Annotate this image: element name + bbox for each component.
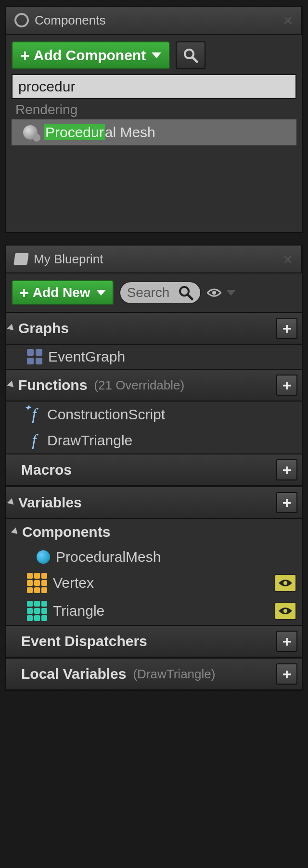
item-vertex[interactable]: Vertex bbox=[6, 569, 302, 597]
section-macros[interactable]: Macros + bbox=[6, 453, 302, 486]
expand-icon bbox=[11, 528, 20, 537]
functions-sublabel: (21 Overridable) bbox=[94, 378, 184, 393]
add-new-label: Add New bbox=[33, 285, 90, 300]
visibility-toggle[interactable] bbox=[274, 574, 296, 592]
macros-label: Macros bbox=[21, 462, 72, 478]
eventgraph-label: EventGraph bbox=[48, 349, 125, 365]
components-panel: Components × + Add Component Rendering P… bbox=[5, 6, 303, 233]
array-icon bbox=[27, 573, 47, 593]
my-blueprint-tab-label: My Blueprint bbox=[34, 252, 103, 267]
my-blueprint-tab[interactable]: My Blueprint × bbox=[6, 246, 302, 272]
add-new-button[interactable]: + Add New bbox=[12, 280, 114, 305]
components-icon bbox=[14, 13, 29, 27]
visibility-filter-dropdown[interactable] bbox=[207, 288, 236, 298]
eye-icon bbox=[278, 606, 293, 616]
svg-point-6 bbox=[283, 609, 287, 613]
search-result-procedural-mesh[interactable]: Procedural Mesh bbox=[12, 119, 296, 145]
vertex-label: Vertex bbox=[53, 575, 94, 591]
svg-point-4 bbox=[212, 291, 216, 295]
graph-icon bbox=[27, 349, 42, 364]
components-label: Components bbox=[22, 524, 110, 540]
add-variable-button[interactable]: + bbox=[276, 492, 297, 513]
my-blueprint-panel: My Blueprint × + Add New Search Graphs +… bbox=[5, 245, 303, 691]
expand-icon bbox=[7, 324, 16, 333]
expand-icon bbox=[7, 381, 16, 390]
components-panel-body: + Add Component Rendering Procedural Mes… bbox=[6, 35, 302, 152]
plus-icon: + bbox=[19, 285, 29, 300]
svg-line-3 bbox=[188, 295, 192, 299]
drawtriangle-label: DrawTriangle bbox=[47, 432, 132, 449]
item-triangle[interactable]: Triangle bbox=[6, 597, 302, 625]
item-constructionscript[interactable]: ✦f ConstructionScript bbox=[6, 402, 302, 428]
array-icon bbox=[27, 601, 47, 621]
search-icon bbox=[178, 285, 193, 300]
add-dispatcher-button[interactable]: + bbox=[276, 631, 297, 652]
function-icon: ✦f bbox=[27, 405, 41, 424]
category-label: Rendering bbox=[12, 99, 296, 119]
component-search-input[interactable] bbox=[12, 74, 296, 99]
item-eventgraph[interactable]: EventGraph bbox=[6, 345, 302, 369]
mesh-icon bbox=[23, 125, 38, 140]
dispatchers-label: Event Dispatchers bbox=[21, 633, 147, 649]
add-macro-button[interactable]: + bbox=[276, 459, 297, 480]
svg-line-1 bbox=[192, 57, 197, 62]
graphs-label: Graphs bbox=[18, 320, 69, 337]
constructionscript-label: ConstructionScript bbox=[47, 406, 165, 423]
components-tab-label: Components bbox=[35, 13, 105, 28]
chevron-down-icon bbox=[152, 52, 161, 58]
function-icon: f bbox=[27, 431, 41, 450]
components-tab[interactable]: Components × bbox=[6, 7, 302, 34]
functions-label: Functions bbox=[18, 377, 87, 393]
blueprint-icon bbox=[13, 253, 28, 265]
localvars-sublabel: (DrawTriangle) bbox=[133, 667, 272, 682]
section-graphs[interactable]: Graphs + bbox=[6, 312, 302, 345]
triangle-label: Triangle bbox=[53, 603, 104, 619]
subsection-components[interactable]: Components bbox=[6, 519, 302, 545]
section-variables[interactable]: Variables + bbox=[6, 486, 302, 519]
blueprint-tab-bar: My Blueprint × bbox=[6, 246, 302, 273]
chevron-down-icon bbox=[226, 290, 236, 296]
section-functions[interactable]: Functions (21 Overridable) + bbox=[6, 369, 302, 402]
add-component-label: Add Component bbox=[34, 47, 146, 64]
blueprint-search-input[interactable]: Search bbox=[119, 281, 201, 304]
add-function-button[interactable]: + bbox=[276, 375, 297, 396]
component-search-button[interactable] bbox=[176, 41, 205, 69]
proceduralmesh-label: ProceduralMesh bbox=[56, 549, 161, 565]
svg-point-5 bbox=[283, 581, 287, 585]
add-localvar-button[interactable]: + bbox=[276, 663, 297, 685]
eye-icon bbox=[278, 578, 293, 588]
expand-icon bbox=[7, 498, 16, 507]
item-drawtriangle[interactable]: f DrawTriangle bbox=[6, 428, 302, 453]
section-local-variables[interactable]: Local Variables (DrawTriangle) + bbox=[6, 658, 302, 690]
visibility-toggle[interactable] bbox=[274, 602, 296, 620]
variables-label: Variables bbox=[18, 494, 82, 511]
chevron-down-icon bbox=[96, 290, 106, 296]
localvars-label: Local Variables bbox=[21, 666, 126, 682]
component-icon bbox=[37, 550, 50, 564]
search-placeholder: Search bbox=[127, 285, 175, 300]
item-proceduralmesh[interactable]: ProceduralMesh bbox=[6, 545, 302, 569]
close-icon[interactable]: × bbox=[283, 12, 293, 28]
blueprint-toolbar: + Add New Search bbox=[6, 273, 302, 312]
eye-icon bbox=[207, 288, 221, 298]
search-icon bbox=[183, 48, 198, 63]
result-label: Procedural Mesh bbox=[44, 124, 155, 141]
close-icon[interactable]: × bbox=[283, 251, 293, 267]
add-component-button[interactable]: + Add Component bbox=[12, 41, 170, 69]
section-event-dispatchers[interactable]: Event Dispatchers + bbox=[6, 625, 302, 658]
components-tab-bar: Components × bbox=[6, 7, 302, 35]
add-graph-button[interactable]: + bbox=[276, 318, 297, 339]
plus-icon: + bbox=[20, 48, 30, 63]
